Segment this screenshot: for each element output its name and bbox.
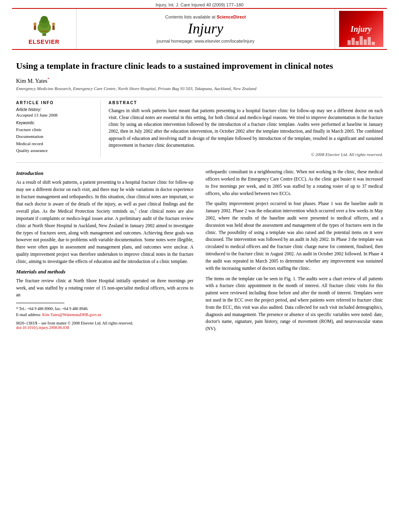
journal-top-bar: Injury, Int. J. Care Injured 40 (2009) 1… (0, 0, 399, 8)
journal-header: ELSEVIER Contents lists available at Sci… (12, 8, 387, 50)
sciencedirect-link[interactable]: ScienceDirect (217, 14, 246, 19)
cover-title: Injury (350, 25, 371, 34)
injury-cover-image: Injury (339, 11, 383, 47)
author-name: Kim M. Yates* (16, 77, 383, 84)
article-info-heading: Article Info (16, 101, 92, 105)
footnote-email-address[interactable]: Kim.Yates@WaitemataDHB.govt.nz (42, 312, 101, 317)
author-affiliation: Emergency Medicine Research, Emergency C… (16, 86, 383, 92)
right-para-3: The items on the template can be seen in… (206, 275, 383, 333)
elsevier-logo: ELSEVIER (26, 13, 62, 45)
svg-point-6 (52, 23, 55, 25)
keyword-1: Documentation (16, 133, 92, 140)
right-para-2: The quality improvement project occurred… (206, 200, 383, 272)
journal-title-area: Contents lists available at ScienceDirec… (76, 9, 335, 49)
article-title: Using a template in fracture clinic lead… (16, 60, 383, 72)
right-para-1: orthopaedic consultant in a neighbouring… (206, 168, 383, 197)
journal-citation: Injury, Int. J. Care Injured 40 (2009) 1… (156, 2, 244, 7)
journal-name: Injury (188, 21, 223, 37)
abstract-text: Changes in shift work patterns have mean… (109, 107, 383, 149)
page: Injury, Int. J. Care Injured 40 (2009) 1… (0, 0, 399, 532)
accepted-date: Accepted 13 June 2008 (16, 113, 92, 117)
svg-rect-7 (52, 25, 55, 30)
cover-decoration (348, 36, 375, 45)
doi-text: doi:10.1016/j.injury.2008.06.038 (16, 325, 69, 330)
sciencedirect-line: Contents lists available at ScienceDirec… (165, 14, 246, 19)
svg-point-4 (33, 23, 36, 25)
introduction-title: Introduction (16, 170, 193, 177)
footnote-email: E-mail address: Kim.Yates@WaitemataDHB.g… (16, 312, 193, 318)
svg-rect-8 (40, 31, 47, 32)
right-body-col: orthopaedic consultant in a neighbouring… (206, 168, 383, 336)
article-info-column: Article Info Article history: Accepted 1… (16, 101, 101, 157)
abstract-heading: Abstract (109, 101, 383, 105)
section-divider (16, 162, 383, 163)
materials-methods-paragraph: The fracture review clinic at North Shor… (16, 277, 193, 299)
elsevier-tree-icon (26, 13, 62, 37)
article-info-abstract: Article Info Article history: Accepted 1… (16, 97, 383, 157)
keyword-2: Medical record (16, 140, 92, 148)
history-label: Article history: (16, 107, 92, 112)
doi-line: doi:10.1016/j.injury.2008.06.038 (16, 325, 193, 330)
materials-methods-title: Materials and methods (16, 269, 193, 275)
introduction-paragraph: As a result of shift work patterns, a pa… (16, 179, 193, 265)
keywords-list: Fracture clinic Documentation Medical re… (16, 126, 92, 154)
footnote-tel: * Tel.: +64 9 486 8900; fax: +64 9 486 8… (16, 306, 193, 312)
issn-line: 0020–1383/$ – see front matter © 2008 El… (16, 321, 193, 325)
left-body-col: Introduction As a result of shift work p… (16, 168, 193, 336)
svg-rect-5 (34, 25, 36, 30)
abstract-column: Abstract Changes in shift work patterns … (101, 101, 383, 157)
author-sup: * (47, 77, 49, 81)
abstract-copyright: © 2008 Elsevier Ltd. All rights reserved… (109, 152, 383, 157)
main-content: Using a template in fracture clinic lead… (0, 50, 399, 344)
keyword-3: Quality assurance (16, 147, 92, 154)
keyword-0: Fracture clinic (16, 126, 92, 134)
body-content: Introduction As a result of shift work p… (16, 168, 383, 336)
keywords-label: Keywords: (16, 121, 92, 125)
elsevier-wordmark: ELSEVIER (29, 39, 60, 45)
journal-cover-area: Injury (335, 9, 387, 49)
svg-point-3 (40, 16, 47, 23)
footnote-divider (16, 303, 64, 303)
journal-homepage: journal homepage: www.elsevier.com/locat… (156, 39, 254, 43)
elsevier-logo-area: ELSEVIER (12, 9, 76, 49)
